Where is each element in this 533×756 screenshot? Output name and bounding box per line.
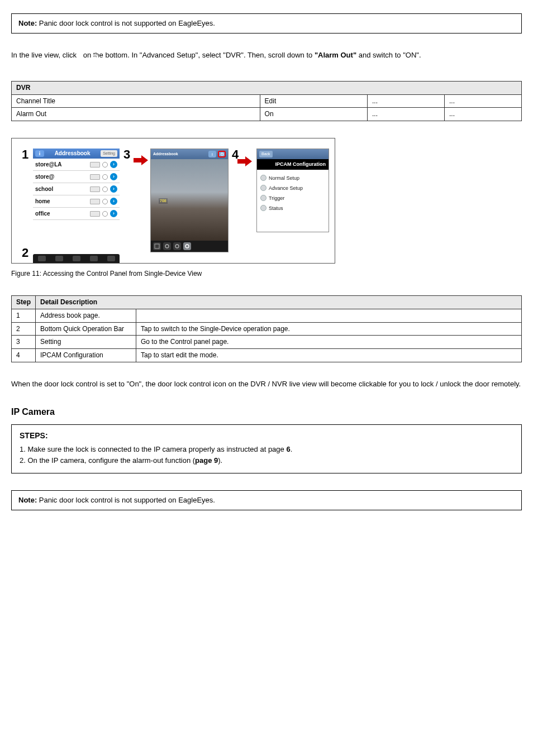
gear-icon[interactable] [163, 242, 171, 250]
table1-r1c4: ... [445, 94, 522, 108]
step2-pre: 2. On the IP camera, configure the alarm… [20, 456, 195, 465]
addressbook-item-label: home [35, 198, 50, 205]
status-dot-icon [102, 174, 108, 180]
chevron-right-icon[interactable]: › [110, 210, 117, 217]
table2-h2: Detail Description [36, 296, 522, 309]
step2-link[interactable]: page 9 [195, 456, 218, 465]
table2-cell: 1 [12, 309, 36, 322]
addressbook-title: Addressbook [55, 150, 91, 157]
table2-cell: 3 [12, 336, 36, 349]
steps-box: STEPS: 1. Make sure the lock is connecte… [11, 424, 522, 473]
thumb-icon [90, 174, 100, 180]
table2-cell: 4 [12, 349, 36, 362]
step-marker-2: 2 [22, 245, 28, 262]
config-header: Back [257, 149, 329, 159]
toolbar-icon[interactable] [153, 242, 161, 250]
chevron-right-icon[interactable]: › [110, 161, 117, 168]
chevron-right-icon[interactable]: › [110, 173, 117, 180]
table1-r1c2: Edit [260, 94, 367, 108]
dvr-settings-table: DVR Channel Title Edit ... ... Alarm Out… [11, 81, 522, 121]
table2-cell: Setting [36, 336, 136, 349]
steps-title: STEPS: [20, 430, 513, 442]
setting-button[interactable]: Setting [101, 150, 117, 157]
svg-point-4 [175, 245, 179, 248]
table1-r2c1: Alarm Out [12, 108, 260, 121]
note-label: Note: [18, 496, 39, 504]
screenshot-composite: 1 2 3 4 i Addressbook Setting store@LA ›… [11, 138, 335, 264]
camera-view: 708 [151, 159, 228, 242]
step-line-2: 2. On the IP camera, configure the alarm… [20, 456, 513, 466]
table1-r1c1: Channel Title [12, 94, 260, 108]
thumb-icon [90, 162, 100, 168]
note-box-top: Note: Panic door lock control is not sup… [11, 13, 522, 34]
addressbook-item[interactable]: store@LA › [33, 159, 120, 171]
config-item-label: Advance Setup [269, 185, 303, 192]
table2-cell: Tap to start edit the mode. [136, 349, 522, 362]
addressbook-item[interactable]: home › [33, 195, 120, 208]
status-dot-icon [102, 199, 108, 204]
dock-icon[interactable] [90, 256, 98, 261]
toolbar-icon[interactable] [183, 242, 191, 250]
thumb-icon [90, 211, 100, 217]
addressbook-item[interactable]: school › [33, 183, 120, 195]
svg-rect-2 [155, 244, 159, 248]
dock-icon[interactable] [38, 256, 46, 261]
addressbook-item[interactable]: office › [33, 208, 120, 220]
body-paragraph: When the door lock control is set to "On… [11, 379, 522, 389]
table1-r2c2: On [260, 108, 367, 121]
table1-r2c4: ... [445, 108, 522, 121]
step1-link[interactable]: 6 [286, 445, 290, 453]
note-text: Panic door lock control is not supported… [39, 19, 215, 27]
table1-r1c3: ... [368, 94, 445, 108]
gear-icon[interactable] [173, 242, 181, 250]
step-marker-1: 1 [22, 146, 28, 164]
info-icon[interactable]: i [35, 150, 44, 157]
addressbook-pane: i Addressbook Setting store@LA › store@ … [33, 149, 120, 220]
config-item-trigger[interactable]: Trigger [260, 193, 325, 203]
addressbook-item[interactable]: store@ › [33, 171, 120, 183]
addressbook-header: i Addressbook Setting [33, 149, 120, 159]
chevron-right-icon[interactable]: › [110, 198, 117, 205]
addressbook-item-label: store@ [35, 173, 54, 181]
dock-icon[interactable] [107, 256, 115, 261]
path-prefix: In the live view, click [11, 51, 79, 59]
table2-cell: IPCAM Configuration [36, 349, 136, 362]
table1-r2c3: ... [368, 108, 445, 121]
note-label: Note: [18, 19, 39, 27]
svg-point-5 [185, 245, 189, 248]
overlay-text: 708 [159, 198, 168, 204]
step2-post: ). [218, 456, 222, 465]
table2-cell: Go to the Control panel page. [136, 336, 522, 349]
arrow-right-icon [134, 155, 148, 168]
live-view-header: Addressbook i ⚙ [151, 149, 228, 159]
thumb-icon [90, 199, 100, 204]
note-box-bottom: Note: Panic door lock control is not sup… [11, 490, 522, 510]
table2-cell [136, 309, 522, 322]
table2-cell: Tap to switch to the Single-Device opera… [136, 322, 522, 336]
table2-cell: Address book page. [36, 309, 136, 322]
chevron-right-icon[interactable]: › [110, 185, 117, 193]
status-dot-icon [102, 162, 108, 168]
config-item-normal-setup[interactable]: Normal Setup [260, 173, 325, 183]
path-middle: on the bottom. In "Advanced Setup", sele… [83, 51, 315, 59]
dock-icon[interactable] [55, 256, 63, 261]
config-item-advance-setup[interactable]: Advance Setup [260, 183, 325, 193]
table2-h1: Step [12, 296, 36, 309]
thumb-icon [90, 186, 100, 192]
config-item-label: Normal Setup [269, 175, 299, 182]
config-pane: Back IPCAM Configuration Normal Setup Ad… [256, 149, 329, 232]
addressbook-item-label: school [35, 185, 53, 193]
svg-point-3 [165, 245, 169, 248]
gear-icon [260, 195, 266, 201]
gear-icon[interactable]: ⚙ [218, 151, 226, 157]
config-item-status[interactable]: Status [260, 203, 325, 213]
info-icon[interactable]: i [208, 151, 216, 157]
table1-header: DVR [12, 81, 522, 94]
gear-icon [260, 185, 266, 191]
back-button[interactable]: Back [259, 151, 273, 157]
live-view-pane: Addressbook i ⚙ 708 [150, 149, 229, 252]
bottom-quick-bar[interactable] [33, 254, 120, 263]
note-text: Panic door lock control is not supported… [39, 496, 215, 504]
dock-icon[interactable] [73, 256, 80, 261]
status-dot-icon [102, 211, 108, 217]
